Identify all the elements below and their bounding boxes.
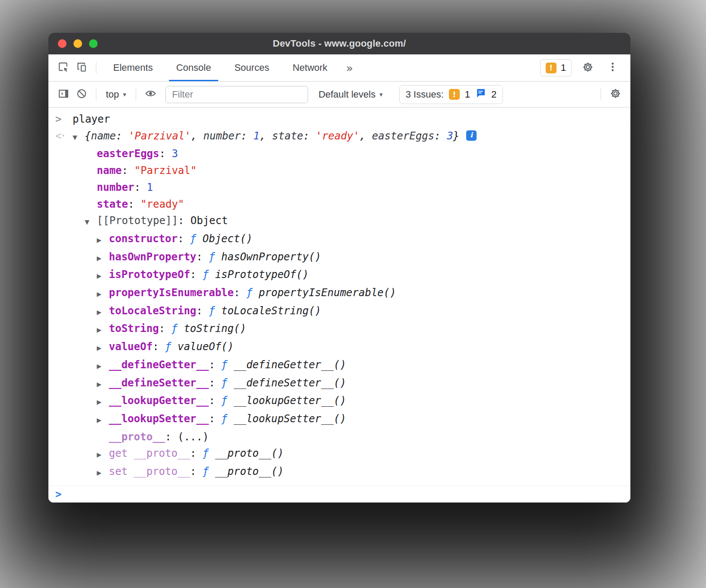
issues-label: 3 Issues: [406, 89, 444, 100]
issues-button[interactable]: 3 Issues: ! 1 2 [399, 85, 503, 104]
disclosure-triangle[interactable]: ▶ [97, 465, 109, 481]
minimize-button[interactable] [73, 39, 82, 48]
main-menu-button[interactable] [604, 59, 622, 77]
token-pvkey: easterEggs [372, 130, 435, 142]
disclosure-triangle[interactable]: ▶ [97, 268, 109, 285]
token-key: propertyIsEnumerable [109, 287, 234, 299]
disclosure-triangle[interactable]: ▶ [97, 376, 109, 393]
token-fn: ƒ [209, 251, 221, 263]
sidebar-panel-icon [58, 88, 69, 101]
method-row: ▶isPrototypeOf: ƒ isPrototypeOf() [48, 266, 630, 285]
token-plain: : [165, 431, 178, 443]
token-plain: : [196, 251, 209, 263]
property-row: number: 1 [48, 179, 630, 196]
token-plain: : [190, 447, 203, 459]
token-fn: ƒ [221, 377, 234, 389]
issue-warning-icon: ! [449, 89, 460, 100]
context-label: top [106, 89, 119, 100]
devtools-tabbar: Elements Console Sources Network » ! 1 [48, 54, 630, 82]
console-toolbar: top ▾ Default levels ▾ 3 Issues: ! 1 2 [48, 82, 630, 107]
more-tabs-button[interactable]: » [339, 61, 360, 75]
log-levels-dropdown[interactable]: Default levels ▾ [314, 89, 387, 100]
disclosure-triangle[interactable]: ▶ [97, 322, 109, 338]
tab-sources[interactable]: Sources [223, 54, 281, 81]
live-expression-button[interactable] [141, 85, 159, 104]
settings-button[interactable] [579, 59, 597, 77]
token-key: number [97, 181, 134, 193]
filter-input[interactable] [165, 86, 308, 103]
device-toolbar-button[interactable] [73, 59, 91, 77]
disclosure-triangle[interactable]: ▼ [85, 214, 97, 231]
disclosure-triangle[interactable]: ▶ [97, 286, 109, 303]
token-fnname: Object() [203, 233, 253, 245]
inspect-element-button[interactable] [54, 59, 73, 77]
disclosure-triangle[interactable]: ▶ [97, 340, 109, 357]
token-plain: : [153, 341, 165, 353]
chevron-down-icon: ▾ [379, 91, 383, 98]
disclosure-triangle[interactable]: ▶ [97, 446, 109, 463]
token-plain: : [234, 287, 246, 299]
token-plain: : [159, 148, 172, 160]
token-str: "Parzival" [134, 164, 197, 177]
token-fnname: __proto__() [215, 447, 284, 459]
token-plain: player [73, 113, 110, 125]
token-key: isPrototypeOf [109, 269, 190, 281]
disclosure-triangle[interactable]: ▶ [97, 250, 109, 267]
console-input-echo: >player [48, 111, 630, 128]
token-num: 3 [447, 130, 453, 142]
token-fn: ƒ [203, 447, 215, 459]
tab-console[interactable]: Console [165, 54, 223, 81]
disclosure-triangle[interactable]: ▶ [97, 232, 109, 249]
toolbar-separator [136, 89, 136, 101]
prompt-chevron-icon: > [55, 486, 61, 503]
token-fnname: propertyIsEnumerable() [259, 287, 396, 299]
gear-icon [582, 61, 594, 75]
method-row: ▶valueOf: ƒ valueOf() [48, 338, 630, 357]
token-plain: : [134, 181, 147, 193]
close-button[interactable] [58, 39, 67, 48]
disclosure-triangle[interactable]: ▶ [97, 358, 109, 375]
console-settings-button[interactable] [606, 85, 624, 104]
token-plain: : [303, 130, 316, 142]
zoom-button[interactable] [89, 39, 98, 48]
clear-console-button[interactable] [73, 85, 91, 104]
token-key: __defineGetter__ [109, 359, 209, 371]
tab-label: Console [176, 62, 211, 73]
token-key: easterEggs [97, 148, 159, 160]
console-sidebar-toggle[interactable] [54, 85, 73, 104]
disclosure-triangle[interactable]: ▼ [73, 129, 85, 146]
disclosure-triangle[interactable]: ▶ [97, 394, 109, 411]
titlebar: DevTools - www.google.com/ [48, 33, 630, 54]
kebab-menu-icon [607, 61, 618, 74]
token-fnname: valueOf() [178, 341, 234, 353]
token-plain: : [434, 130, 447, 142]
error-badge-button[interactable]: ! 1 [540, 59, 572, 76]
double-chevron-icon: » [346, 61, 353, 75]
accessor-row: ▶set __proto__: ƒ __proto__() [48, 463, 630, 481]
token-fn: ƒ [221, 395, 234, 407]
method-row: ▶toString: ƒ toString() [48, 320, 630, 338]
token-plain: : [209, 359, 221, 371]
javascript-context-selector[interactable]: top ▾ [102, 89, 130, 100]
window-title: DevTools - www.google.com/ [273, 38, 406, 49]
token-fnname: __defineSetter__() [234, 377, 346, 389]
method-row: ▶propertyIsEnumerable: ƒ propertyIsEnume… [48, 285, 630, 303]
disclosure-triangle[interactable]: ▶ [97, 412, 109, 429]
token-plain: : [241, 130, 253, 142]
ban-circle-icon [76, 88, 87, 101]
method-row: ▶__defineGetter__: ƒ __defineGetter__() [48, 357, 630, 375]
token-fn: ƒ [203, 269, 215, 281]
token-plain: : [190, 269, 203, 281]
console-prompt[interactable]: > [48, 486, 630, 503]
disclosure-triangle[interactable]: ▶ [97, 304, 109, 321]
token-fnname: isPrototypeOf() [215, 269, 309, 281]
method-row: ▶hasOwnProperty: ƒ hasOwnProperty() [48, 249, 630, 267]
tab-network[interactable]: Network [281, 54, 339, 81]
issue-message-icon [475, 88, 486, 101]
token-fn: ƒ [165, 341, 178, 353]
token-proto: [[Prototype]] [97, 215, 178, 227]
tab-elements[interactable]: Elements [102, 54, 165, 81]
token-plain: { [85, 130, 91, 142]
token-plain: : [209, 413, 221, 425]
console-result-line: <·▼{name: 'Parzival', number: 1, state: … [48, 128, 630, 146]
